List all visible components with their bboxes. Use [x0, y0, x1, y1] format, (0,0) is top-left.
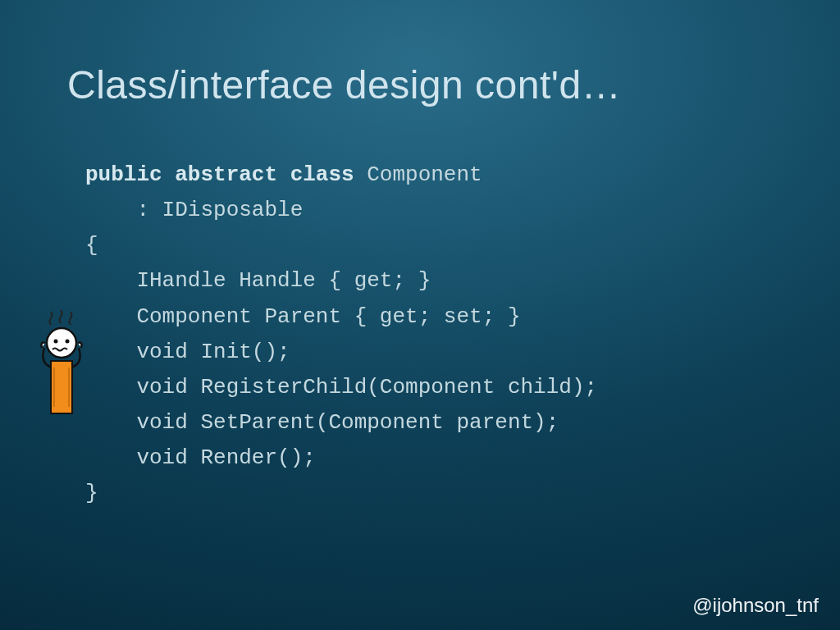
svg-point-1: [54, 340, 58, 344]
code-line-6: void RegisterChild(Component child);: [85, 370, 597, 405]
svg-point-2: [66, 340, 70, 344]
code-line-8: void Render();: [85, 441, 597, 476]
code-line-1: : IDisposable: [85, 193, 597, 228]
slide-title: Class/interface design cont'd…: [67, 62, 621, 107]
code-line-9: }: [85, 476, 597, 511]
code-line-7: void SetParent(Component parent);: [85, 405, 597, 441]
code-line-3: IHandle Handle { get; }: [85, 263, 597, 299]
code-line-5: void Init();: [85, 335, 597, 370]
stressed-person-icon: [33, 308, 95, 440]
code-text: Component: [354, 162, 482, 187]
code-line-2: {: [85, 228, 597, 263]
svg-point-0: [47, 328, 76, 358]
code-keyword: public abstract class: [85, 162, 354, 187]
code-block: public abstract class Component : IDispo…: [85, 158, 597, 512]
author-handle: @ijohnson_tnf: [692, 594, 819, 617]
code-line-4: Component Parent { get; set; }: [85, 299, 597, 335]
code-line-0: public abstract class Component: [85, 158, 597, 193]
